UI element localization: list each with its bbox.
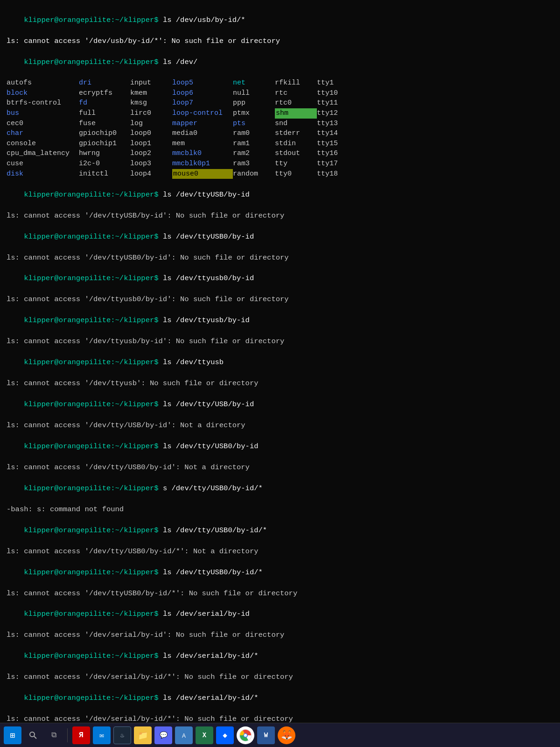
command: ls /dev/usb/by-id/* [163, 16, 245, 24]
dev-item: disk [7, 169, 79, 179]
dev-item: loop6 [172, 88, 233, 99]
dev-item: full [79, 108, 130, 119]
excel-icon[interactable]: X [196, 726, 213, 744]
terminal-line: klipper@orangepilite:~/klipper$ s /dev/t… [7, 472, 553, 504]
dev-item: fd [79, 98, 130, 108]
command: ls /dev/serial/by-id [163, 610, 250, 618]
task-view-button[interactable]: ⧉ [45, 726, 63, 744]
prompt: klipper@orangepilite:~/klipper$ [24, 694, 163, 702]
prompt: klipper@orangepilite:~/klipper$ [24, 568, 163, 577]
dev-item: gpiochip0 [79, 128, 130, 139]
steam-icon[interactable]: ♨ [113, 726, 131, 744]
dev-item: rtc [275, 88, 317, 99]
dev-item: media0 [172, 128, 233, 139]
terminal-line: klipper@orangepilite:~/klipper$ ls /dev/… [7, 5, 553, 36]
dev-item: loop5 [172, 78, 233, 88]
dev-item: ram1 [233, 139, 275, 149]
taskbar-search-button[interactable] [24, 726, 42, 744]
dev-item: initctl [79, 169, 130, 179]
dev-item: bus [7, 108, 79, 119]
dev-item: fuse [79, 119, 130, 129]
word-icon[interactable]: W [257, 726, 275, 744]
prompt: klipper@orangepilite:~/klipper$ [24, 316, 163, 324]
prompt: klipper@orangepilite:~/klipper$ [24, 16, 163, 24]
terminal-line: ls: cannot access '/dev/tty/USB0/by-id':… [7, 462, 553, 472]
dev-item: input [130, 78, 172, 88]
command: ls /dev/ttyUSB/by-id [163, 190, 250, 199]
dev-item: tty0 [275, 169, 317, 179]
terminal-line: klipper@orangepilite:~/klipper$ ls /dev/… [7, 347, 553, 378]
dev-item: mapper [172, 119, 233, 129]
dev-item: ram3 [233, 159, 275, 169]
dev-item: rtc0 [275, 98, 317, 108]
dev-item: stdin [275, 139, 317, 149]
discord-icon[interactable]: 💬 [154, 726, 172, 744]
terminal-line: ls: cannot access '/dev/usb/by-id/*': No… [7, 36, 553, 46]
prompt: klipper@orangepilite:~/klipper$ [24, 442, 163, 451]
chrome-icon[interactable] [237, 726, 254, 744]
dev-item: pts [233, 119, 275, 129]
dev-item: loop-control [172, 108, 233, 119]
terminal-line: ls: cannot access '/dev/tty/USB0/by-id/*… [7, 546, 553, 557]
terminal-line: -bash: s: command not found [7, 504, 553, 514]
yandex-browser-icon[interactable]: Я [72, 726, 90, 744]
command: ls /dev/ttyusb0/by-id [163, 274, 254, 282]
dev-item: ecryptfs [79, 88, 130, 99]
dev-item: mmcblk0 [172, 148, 233, 159]
dev-item: snd [275, 119, 317, 129]
terminal-line: ls: cannot access '/dev/ttyusb0/by-id': … [7, 294, 553, 304]
dev-item: kmsg [130, 98, 172, 108]
taskbar-separator [67, 728, 68, 742]
prompt: klipper@orangepilite:~/klipper$ [24, 58, 163, 66]
dev-item: hwrng [79, 148, 130, 159]
prompt: klipper@orangepilite:~/klipper$ [24, 190, 163, 199]
dev-item: loop4 [130, 169, 172, 179]
dev-item: cuse [7, 159, 79, 169]
command: ls /dev/ [163, 58, 197, 66]
dev-item: mmcblk0p1 [172, 159, 233, 169]
command: ls /dev/ttyusb/by-id [163, 316, 250, 324]
dev-item: ppp [233, 98, 275, 108]
mail-icon[interactable]: ✉ [93, 726, 111, 744]
dropbox-icon[interactable]: ◆ [216, 726, 234, 744]
prompt: klipper@orangepilite:~/klipper$ [24, 233, 163, 241]
prompt: klipper@orangepilite:~/klipper$ [24, 274, 163, 282]
dev-item: i2c-0 [79, 159, 130, 169]
terminal-line: ls: cannot access '/dev/serial/by-id': N… [7, 630, 553, 640]
dev-item: console [7, 139, 79, 149]
svg-line-1 [34, 736, 36, 739]
dev-item: null [233, 88, 275, 99]
terminal-line: ls: cannot access '/dev/ttyusb': No such… [7, 378, 553, 388]
prompt: klipper@orangepilite:~/klipper$ [24, 484, 163, 493]
dev-item: shm [275, 108, 317, 119]
terminal-line: klipper@orangepilite:~/klipper$ ls /dev/… [7, 641, 553, 672]
dev-item: tty14 [317, 128, 350, 139]
command: ls /dev/ttyusb [163, 358, 224, 366]
svg-point-0 [30, 732, 35, 737]
dev-item: ram0 [233, 128, 275, 139]
dev-item: kmem [130, 88, 172, 99]
chrome-icon-svg [239, 729, 252, 742]
terminal-line: klipper@orangepilite:~/klipper$ ls /dev/… [7, 683, 553, 714]
firefox-icon[interactable]: 🦊 [278, 726, 295, 744]
command: ls /dev/tty/USB/by-id [163, 400, 254, 409]
command: ls /dev/tty/USB0/by-id [163, 442, 259, 451]
dev-item: tty15 [317, 139, 350, 149]
terminal-line: klipper@orangepilite:~/klipper$ ls /dev/ [7, 47, 553, 78]
dev-item: tty13 [317, 119, 350, 129]
terminal-line: ls: cannot access '/dev/ttyusb/by-id': N… [7, 336, 553, 346]
dev-item: stdout [275, 148, 317, 159]
search-icon [29, 731, 37, 740]
dev-item: autofs [7, 78, 79, 88]
file-explorer-icon[interactable]: 📁 [134, 726, 152, 744]
terminal-line: klipper@orangepilite:~/klipper$ ls /dev/… [7, 389, 553, 420]
dev-item: lirc0 [130, 108, 172, 119]
dev-item: loop3 [130, 159, 172, 169]
terminal-line: ls: cannot access '/dev/ttyUSB/by-id': N… [7, 211, 553, 221]
terminal-line: klipper@orangepilite:~/klipper$ ls /dev/… [7, 599, 553, 630]
command: s /dev/tty/USB0/by-id/* [163, 484, 263, 493]
terminal-window[interactable]: klipper@orangepilite:~/klipper$ ls /dev/… [0, 0, 560, 723]
unknown-app-icon[interactable]: A [175, 726, 193, 744]
dev-item: tty [275, 159, 317, 169]
windows-start-button[interactable]: ⊞ [4, 726, 21, 744]
